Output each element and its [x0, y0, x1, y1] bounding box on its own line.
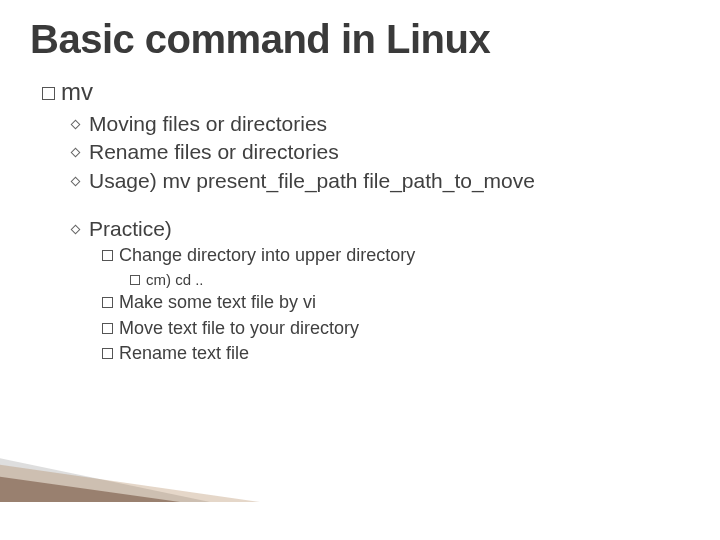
- corner-decoration: [0, 442, 270, 502]
- practice-item: Rename text file: [102, 341, 690, 366]
- practice-heading: Practice): [72, 215, 690, 243]
- practice-text: Rename text file: [119, 343, 249, 363]
- practice-text: Change directory into upper directory: [119, 245, 415, 265]
- practice-text: Make some text file by vi: [119, 292, 316, 312]
- bullet-text: Moving files or directories: [89, 112, 327, 135]
- command-name: mv: [42, 78, 690, 106]
- slide: Basic command in Linux mv Moving files o…: [0, 0, 720, 366]
- diamond-bullet-icon: [71, 120, 81, 130]
- slide-title: Basic command in Linux: [30, 18, 690, 60]
- triangle-icon: [0, 474, 180, 502]
- square-bullet-icon: [102, 348, 113, 359]
- practice-label: Practice): [89, 217, 172, 240]
- practice-text: Move text file to your directory: [119, 318, 359, 338]
- bullet-item: Rename files or directories: [72, 138, 690, 166]
- command-text: mv: [61, 78, 93, 105]
- spacer: [30, 195, 690, 215]
- practice-subtext: cm) cd ..: [146, 271, 204, 288]
- bullet-item: Moving files or directories: [72, 110, 690, 138]
- practice-subitem: cm) cd ..: [130, 269, 690, 291]
- square-bullet-icon: [102, 297, 113, 308]
- square-bullet-icon: [102, 323, 113, 334]
- square-bullet-icon: [102, 250, 113, 261]
- diamond-bullet-icon: [71, 148, 81, 158]
- bullet-text: Rename files or directories: [89, 140, 339, 163]
- bullet-text: Usage) mv present_file_path file_path_to…: [89, 169, 535, 192]
- bullet-item: Usage) mv present_file_path file_path_to…: [72, 167, 690, 195]
- practice-item: Make some text file by vi: [102, 290, 690, 315]
- practice-item: Change directory into upper directory: [102, 243, 690, 268]
- diamond-bullet-icon: [71, 176, 81, 186]
- practice-item: Move text file to your directory: [102, 316, 690, 341]
- diamond-bullet-icon: [71, 225, 81, 235]
- square-bullet-icon: [130, 275, 140, 285]
- square-bullet-icon: [42, 87, 55, 100]
